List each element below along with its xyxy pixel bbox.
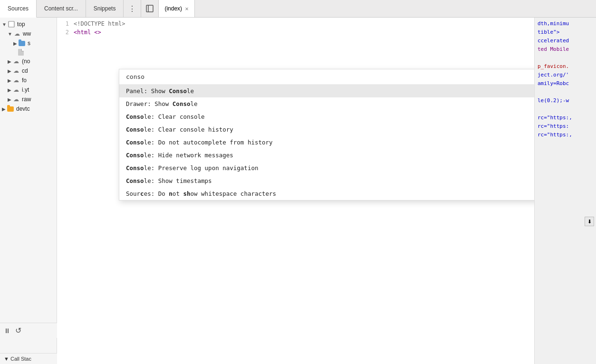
- autocomplete-item-text-6: Console: Preserve log upon navigation: [126, 164, 258, 172]
- cloud-icon-ww: ☁: [13, 30, 21, 38]
- tree-arrow-iyt: ▶: [8, 87, 11, 93]
- autocomplete-dropdown[interactable]: conso Panel: Show Console Drawer: Show C…: [119, 69, 534, 201]
- call-stack-section: ▼ Call Stac: [0, 353, 57, 364]
- right-line-2: tible">: [538, 28, 593, 37]
- cloud-icon-cd: ☁: [12, 67, 20, 75]
- file-tab-close-button[interactable]: ×: [185, 5, 189, 12]
- autocomplete-input-value: conso: [126, 73, 144, 80]
- scroll-to-bottom-button[interactable]: ⬇: [585, 217, 594, 226]
- autocomplete-list: Panel: Show Console Drawer: Show Console…: [119, 85, 534, 200]
- autocomplete-item-text-5: Console: Hide network messages: [126, 152, 233, 159]
- tree-row-s[interactable]: ▶ s: [0, 38, 57, 48]
- tree-row-top[interactable]: ▼ top: [0, 19, 57, 29]
- autocomplete-item-7[interactable]: Console: Show timestamps: [119, 174, 534, 187]
- autocomplete-item-text-1: Drawer: Show Console: [126, 100, 198, 107]
- tab-snippets[interactable]: Snippets: [86, 0, 124, 17]
- editor-area[interactable]: 1 <!DOCTYPE html> 2 <html <> conso: [57, 18, 534, 364]
- tree-row-fo[interactable]: ▶ ☁ fo: [0, 76, 57, 85]
- code-line-1: 1 <!DOCTYPE html>: [57, 19, 534, 28]
- right-line-8: amily=Robc: [538, 79, 593, 88]
- autocomplete-item-6[interactable]: Console: Preserve log upon navigation: [119, 162, 534, 174]
- right-line-14: rc="https:,: [538, 131, 593, 139]
- pause-button[interactable]: ⏸: [4, 327, 10, 335]
- step-button[interactable]: ↺: [15, 326, 21, 335]
- right-line-4: ted Mobile: [538, 45, 593, 54]
- folder-icon-s: [18, 39, 26, 47]
- autocomplete-item-text-0: Panel: Show Console: [126, 87, 194, 95]
- tab-content-scr[interactable]: Content scr...: [37, 0, 86, 17]
- autocomplete-item-0[interactable]: Panel: Show Console: [119, 85, 534, 97]
- tree-arrow-devtc: ▶: [2, 106, 6, 112]
- file-tab-label: (index): [164, 5, 182, 12]
- autocomplete-item-text-8: Sources: Do not show whitespace characte…: [126, 190, 276, 197]
- file-tree: ▼ top ▼ ☁ ww ▶ s: [0, 18, 57, 115]
- file-icon-main: [18, 49, 24, 56]
- right-panel: dth,minimu tible"> ccelerated ted Mobile…: [534, 18, 596, 364]
- tab-sources[interactable]: Sources: [0, 0, 37, 18]
- right-line-12: rc="https:,: [538, 114, 593, 122]
- panel-toggle-button[interactable]: [141, 0, 159, 17]
- tree-arrow-ww: ▼: [8, 31, 12, 37]
- tree-row-iyt[interactable]: ▶ ☁ i.yt: [0, 85, 57, 95]
- autocomplete-item-3[interactable]: Console: Clear console history: [119, 123, 534, 136]
- tree-arrow-cd: ▶: [8, 68, 11, 74]
- autocomplete-item-5[interactable]: Console: Hide network messages: [119, 149, 534, 162]
- tree-row-file[interactable]: ▶: [0, 48, 57, 57]
- call-stack-title: ▼ Call Stac: [4, 356, 31, 362]
- tree-row-ray[interactable]: ▶ ☁ raw: [0, 95, 57, 104]
- cloud-icon-no: ☁: [12, 57, 20, 65]
- autocomplete-item-8[interactable]: Sources: Do not show whitespace characte…: [119, 187, 534, 200]
- line-number-1: 1: [57, 19, 74, 28]
- svg-rect-2: [9, 21, 14, 27]
- cloud-icon-ray: ☁: [12, 96, 20, 103]
- autocomplete-item-text-2: Console: Clear console: [126, 113, 205, 120]
- tab-sources-label: Sources: [8, 5, 29, 12]
- tree-row-devtc[interactable]: ▶ devtc: [0, 104, 57, 114]
- right-line-9: [538, 88, 593, 96]
- tab-snippets-label: Snippets: [94, 5, 116, 12]
- cloud-icon-fo: ☁: [12, 77, 20, 84]
- tree-arrow-s: ▶: [13, 41, 17, 46]
- code-editor: 1 <!DOCTYPE html> 2 <html <>: [57, 18, 534, 38]
- file-tab-index[interactable]: (index) ×: [159, 0, 194, 17]
- tree-label-fo: fo: [22, 77, 27, 84]
- tab-content-scr-label: Content scr...: [44, 5, 78, 12]
- cloud-icon-iyt: ☁: [12, 86, 20, 94]
- right-line-3: ccelerated: [538, 37, 593, 45]
- autocomplete-item-2[interactable]: Console: Clear console Ctrl L: [119, 110, 534, 123]
- autocomplete-item-text-4: Console: Do not autocomplete from histor…: [126, 139, 273, 146]
- tree-label-cd: cd: [22, 67, 28, 74]
- tree-label-ww: ww: [23, 30, 31, 37]
- right-line-1: dth,minimu: [538, 19, 593, 28]
- right-line-7: ject.org/': [538, 71, 593, 79]
- folder-icon-devtc: [7, 105, 14, 113]
- more-menu-button[interactable]: ⋮: [124, 0, 141, 17]
- tab-bar: Sources Content scr... Snippets ⋮ (index…: [0, 0, 596, 18]
- main-area: ▼ top ▼ ☁ ww ▶ s: [0, 18, 596, 364]
- right-line-6: p_favicon.: [538, 62, 593, 71]
- tree-arrow-fo: ▶: [8, 78, 11, 83]
- right-line-13: rc="https:: [538, 122, 593, 131]
- code-line-2: 2 <html <>: [57, 28, 534, 37]
- right-line-10: le(0.2);-w: [538, 96, 593, 105]
- tree-label-no: (no: [22, 58, 30, 65]
- tree-label-s: s: [28, 40, 30, 47]
- autocomplete-item-1[interactable]: Drawer: Show Console: [119, 97, 534, 110]
- page-icon: [8, 20, 15, 28]
- right-line-5: [538, 54, 593, 62]
- autocomplete-item-text-3: Console: Clear console history: [126, 126, 233, 133]
- autocomplete-item-4[interactable]: Console: Do not autocomplete from histor…: [119, 136, 534, 149]
- line-code-2: <html <>: [74, 28, 534, 37]
- line-number-2: 2: [57, 28, 74, 37]
- tree-label-iyt: i.yt: [22, 86, 29, 93]
- svg-rect-0: [146, 5, 153, 12]
- right-line-11: [538, 105, 593, 114]
- tree-row-no[interactable]: ▶ ☁ (no: [0, 57, 57, 66]
- tree-row-cd[interactable]: ▶ ☁ cd: [0, 66, 57, 76]
- sidebar-controls: ⏸ ↺: [0, 323, 57, 338]
- line-code-1: <!DOCTYPE html>: [74, 19, 534, 28]
- tree-label-ray: raw: [22, 96, 31, 103]
- tree-arrow-no: ▶: [8, 59, 11, 64]
- tree-row-ww[interactable]: ▼ ☁ ww: [0, 29, 57, 38]
- tree-arrow-ray: ▶: [8, 97, 11, 102]
